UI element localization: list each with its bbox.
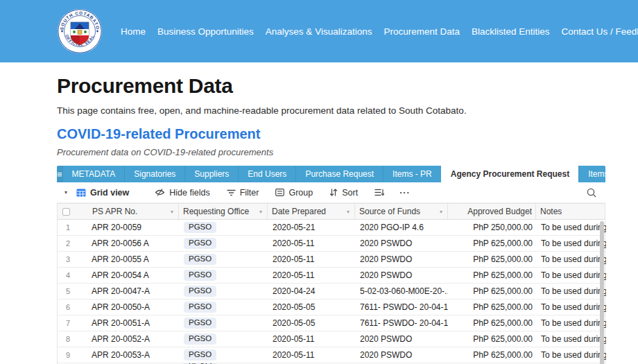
- column-header-ps-apr-no-[interactable]: PS APR No.▾: [58, 204, 179, 219]
- tab-items-apr[interactable]: Items - APR: [578, 166, 605, 182]
- vertical-scrollbar[interactable]: [600, 221, 604, 364]
- cell-requesting-office[interactable]: PGSO: [179, 300, 268, 315]
- column-header-notes[interactable]: Notes: [536, 204, 606, 219]
- column-header-approved-budget[interactable]: Approved Budget▾: [448, 204, 536, 219]
- cell-notes[interactable]: To be used during the: [536, 252, 606, 267]
- nav-link-contact-us-feedback[interactable]: Contact Us / Feedback: [562, 26, 638, 37]
- cell-ps-apr-no[interactable]: 2APR 20-0056 A: [58, 236, 179, 251]
- cell-date-prepared[interactable]: 2020-05-11: [268, 252, 355, 267]
- cell-source-of-funds[interactable]: 2020 PSWDO: [355, 236, 448, 251]
- cell-notes[interactable]: To be used during the: [536, 331, 606, 347]
- table-row: 3APR 20-0055 APGSO2020-05-112020 PSWDOPh…: [58, 252, 605, 268]
- nav-link-business-opportunities[interactable]: Business Opportunities: [157, 26, 254, 37]
- more-options-button[interactable]: ···: [399, 188, 411, 198]
- column-header-source-of-funds[interactable]: Source of Funds▾: [355, 204, 448, 219]
- cell-notes[interactable]: To be used during the: [536, 236, 606, 251]
- column-caret-icon[interactable]: ▾: [440, 209, 442, 215]
- column-header-label: Requesting Office: [183, 207, 249, 216]
- cell-source-of-funds[interactable]: 2020 PSWDO: [355, 268, 448, 283]
- cell-date-prepared[interactable]: 2020-05-05: [268, 315, 355, 331]
- cell-ps-apr-no[interactable]: 7APR 20-0051-A: [58, 315, 179, 331]
- views-caret-icon[interactable]: ▾: [64, 189, 67, 196]
- nav-link-procurement-data[interactable]: Procurement Data: [383, 26, 460, 37]
- cell-notes[interactable]: To be used during the: [536, 268, 606, 283]
- cell-notes[interactable]: To be used during the: [536, 315, 606, 331]
- sort-button[interactable]: Sort: [329, 188, 358, 198]
- cell-notes[interactable]: To be used during the: [536, 347, 606, 363]
- column-caret-icon[interactable]: ▾: [347, 209, 350, 215]
- nav-link-blacklisted-entities[interactable]: Blacklisted Entities: [472, 26, 550, 37]
- cell-requesting-office[interactable]: PGSO: [179, 315, 268, 331]
- tab-items-pr[interactable]: Items - PR: [383, 166, 441, 182]
- group-button[interactable]: Group: [275, 188, 313, 198]
- cell-date-prepared[interactable]: 2020-05-21: [268, 220, 355, 235]
- cell-requesting-office[interactable]: PGSO: [179, 236, 268, 251]
- cell-source-of-funds[interactable]: 2020 PGO-IP 4.6: [355, 220, 448, 235]
- cell-ps-apr-no[interactable]: 4APR 20-0054 A: [58, 268, 179, 283]
- hide-fields-button[interactable]: Hide fields: [155, 188, 209, 198]
- cell-approved-budget[interactable]: PhP 625,000.00: [448, 347, 536, 363]
- search-icon[interactable]: [587, 188, 596, 198]
- menu-icon[interactable]: ≡: [57, 166, 62, 182]
- column-header-requesting-office[interactable]: Requesting Office▾: [179, 204, 268, 219]
- cell-ps-apr-no[interactable]: 6APR 20-0050-A: [58, 300, 179, 315]
- cell-requesting-office[interactable]: PGSO: [179, 284, 268, 299]
- cell-notes[interactable]: To be used during the: [536, 300, 606, 315]
- requesting-office-tag: PGSO: [184, 302, 216, 313]
- cell-source-of-funds[interactable]: 2020 PSWDO: [355, 331, 448, 347]
- column-caret-icon[interactable]: ▾: [171, 209, 173, 215]
- sort-label: Sort: [342, 188, 358, 198]
- cell-date-prepared[interactable]: 2020-05-05: [268, 300, 355, 315]
- cell-approved-budget[interactable]: PhP 625,000.00: [448, 252, 536, 267]
- cell-approved-budget[interactable]: PhP 625,000.00: [448, 268, 536, 283]
- cell-requesting-office[interactable]: PGSO: [179, 331, 268, 347]
- cell-approved-budget[interactable]: PhP 625,000.00: [448, 331, 536, 347]
- cell-notes[interactable]: To be used during the: [536, 284, 606, 299]
- cell-notes[interactable]: To be used during the: [536, 220, 606, 235]
- cell-source-of-funds[interactable]: 7611- PSWDO- 20-04-16...: [355, 315, 448, 331]
- cell-source-of-funds[interactable]: 7611- PSWDO- 20-04-16...: [355, 300, 448, 315]
- row-height-button[interactable]: [374, 189, 384, 196]
- tab-agency-procurement-request[interactable]: Agency Procurement Request: [441, 166, 578, 182]
- cell-source-of-funds[interactable]: 5-02-03-060-M00E-20-...: [355, 284, 448, 299]
- cell-ps-apr-no[interactable]: 1APR 20-0059: [58, 220, 179, 235]
- cell-date-prepared[interactable]: 2020-05-11: [268, 347, 355, 363]
- tab-purchase-request[interactable]: Purchase Request: [295, 166, 383, 182]
- ps-apr-no-value: APR 20-0051-A: [92, 318, 150, 328]
- grid-view-button[interactable]: Grid view: [76, 188, 129, 198]
- select-all-checkbox[interactable]: [62, 208, 70, 216]
- row-number: 4: [58, 271, 78, 279]
- cell-approved-budget[interactable]: PhP 250,000.00: [448, 220, 536, 235]
- nav-link-analyses-visualizations[interactable]: Analyses & Visualizations: [266, 26, 372, 37]
- cell-source-of-funds[interactable]: 2020 PSWDO: [355, 252, 448, 267]
- nav-link-home[interactable]: Home: [121, 26, 146, 37]
- cell-ps-apr-no[interactable]: 3APR 20-0055 A: [58, 252, 179, 267]
- tab-end-users[interactable]: End Users: [238, 166, 295, 182]
- cell-approved-budget[interactable]: PhP 625,000.00: [448, 300, 536, 315]
- column-caret-icon[interactable]: ▾: [259, 209, 262, 215]
- cell-ps-apr-no[interactable]: 8APR 20-0052-A: [58, 331, 179, 347]
- column-header-date-prepared[interactable]: Date Prepared▾: [268, 204, 355, 219]
- table-row: 7APR 20-0051-APGSO2020-05-057611- PSWDO-…: [58, 315, 605, 331]
- section-link-covid19-procurement[interactable]: COVID-19-related Procurement: [57, 126, 638, 141]
- cell-requesting-office[interactable]: PGSO: [179, 347, 268, 363]
- cell-ps-apr-no[interactable]: 9APR 20-0053-A: [58, 347, 179, 363]
- cell-date-prepared[interactable]: 2020-05-11: [268, 268, 355, 283]
- tab-suppliers[interactable]: Suppliers: [184, 166, 238, 182]
- column-caret-icon[interactable]: ▾: [528, 209, 531, 215]
- filter-button[interactable]: Filter: [227, 188, 259, 198]
- cell-requesting-office[interactable]: PGSO: [179, 268, 268, 283]
- tab-signatories[interactable]: Signatories: [124, 166, 184, 182]
- cell-date-prepared[interactable]: 2020-05-11: [268, 236, 355, 251]
- south-cotabato-seal-logo[interactable]: SOUTH COTABATO OFFICIAL SEAL: [57, 8, 103, 54]
- cell-date-prepared[interactable]: 2020-04-24: [268, 284, 355, 299]
- tab-metadata[interactable]: METADATA: [62, 166, 125, 182]
- cell-approved-budget[interactable]: PhP 625,000.00: [448, 236, 536, 251]
- cell-requesting-office[interactable]: PGSO: [179, 252, 268, 267]
- cell-source-of-funds[interactable]: 2020 PSWDO: [355, 347, 448, 363]
- cell-date-prepared[interactable]: 2020-05-11: [268, 331, 355, 347]
- cell-ps-apr-no[interactable]: 5APR 20-0047-A: [58, 284, 179, 299]
- cell-approved-budget[interactable]: PhP 625,000.00: [448, 284, 536, 299]
- cell-approved-budget[interactable]: PhP 625,000.00: [448, 315, 536, 331]
- cell-requesting-office[interactable]: PGSO: [179, 220, 268, 235]
